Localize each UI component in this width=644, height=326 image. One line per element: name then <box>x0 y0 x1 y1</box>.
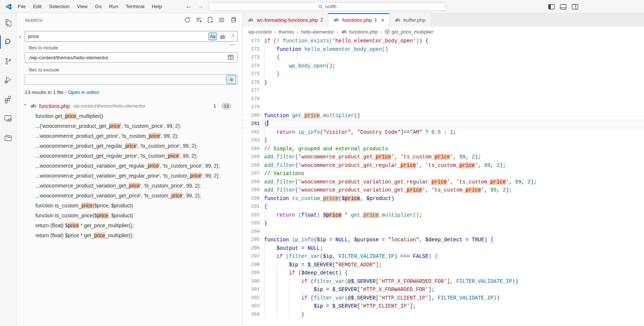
search-icon[interactable] <box>0 32 17 52</box>
code-line-298: 298$ip = $_SERVER["REMOTE_ADDR"]; <box>243 261 644 269</box>
tab-functions.php[interactable]: functions.php1× <box>328 13 389 27</box>
indent-guide <box>264 70 277 78</box>
search-result-row[interactable]: ...woocommerce_product_variation_get_reg… <box>17 161 242 171</box>
search-result-row[interactable]: ...woocommerce_product_variation_get_pri… <box>17 181 242 191</box>
line-number: 279 <box>243 103 260 112</box>
menu-run[interactable]: Run <box>105 0 122 13</box>
code-line-299: 299if ($deep_detect) { <box>243 269 644 277</box>
code-line-290: 290function ts_custom_price($price, $pro… <box>243 194 644 203</box>
menu-edit[interactable]: Edit <box>30 0 45 13</box>
files-to-exclude-input[interactable] <box>25 74 238 85</box>
breadcrumb-item-hello-elementor[interactable]: hello-elementor <box>301 29 334 35</box>
php-file-icon <box>333 17 340 22</box>
code-line-294: 294 <box>243 228 644 236</box>
vscode-logo-icon <box>5 3 12 10</box>
search-result-row[interactable]: return (float) $price * get_price_multip… <box>17 231 242 241</box>
line-number: 295 <box>243 236 260 244</box>
open-new-search-editor-icon[interactable] <box>207 17 214 23</box>
line-number: 277 <box>243 87 260 95</box>
toggle-search-details-icon[interactable]: ⋯ <box>229 41 235 48</box>
toggle-secondary-sidebar-icon[interactable] <box>572 4 578 10</box>
search-result-row[interactable]: ...woocommerce_product_get_regular_price… <box>17 141 242 151</box>
line-number: 296 <box>243 244 260 253</box>
clear-search-results-icon[interactable] <box>195 17 202 23</box>
explorer-icon[interactable] <box>0 13 17 32</box>
php-file-icon <box>30 103 37 109</box>
search-result-row[interactable]: ...woocommerce_product_variation_get_pri… <box>17 191 242 201</box>
chevron-down-icon[interactable]: › <box>22 104 28 108</box>
breadcrumb-item-wp-content[interactable]: wp-content <box>248 29 272 35</box>
search-result-row[interactable]: ...('woocommerce_product_get_price', 'ts… <box>17 121 242 131</box>
search-option-toggles: Aaab.* <box>208 32 237 40</box>
line-number: 304 <box>243 311 260 319</box>
indent-guide <box>264 277 277 286</box>
view-as-list-icon[interactable] <box>218 17 225 23</box>
toggle-primary-sidebar-icon[interactable] <box>548 4 555 10</box>
menu-help[interactable]: Help <box>148 0 166 13</box>
search-result-row[interactable]: function ts_custom_price($price, $produc… <box>17 211 242 221</box>
search-results-list: function get_price_multiplier()...('wooc… <box>17 111 242 241</box>
search-result-row[interactable]: function get_price_multiplier() <box>17 111 242 121</box>
collapse-all-icon[interactable] <box>230 17 236 23</box>
search-result-row[interactable]: return (float) $price * get_price_multip… <box>17 221 242 231</box>
refresh-icon[interactable] <box>184 17 191 23</box>
use-regex-toggle[interactable]: .* <box>228 32 237 40</box>
indent-guide <box>289 302 301 311</box>
nav-back-arrow[interactable]: ← <box>186 0 192 13</box>
indent-guide <box>277 285 289 294</box>
whole-word-toggle[interactable]: ab <box>218 32 227 40</box>
line-number: 300 <box>243 277 260 286</box>
search-result-row[interactable]: ...woocommerce_product_get_regular_price… <box>17 151 242 161</box>
line-number: 272 <box>243 45 260 54</box>
menu-selection[interactable]: Selection <box>45 0 73 13</box>
folder-library-icon[interactable] <box>0 128 17 147</box>
nav-forward-arrow[interactable]: → <box>198 0 204 13</box>
open-editors-include-icon[interactable] <box>228 54 234 62</box>
run-and-debug-icon[interactable] <box>0 71 17 90</box>
indent-guide <box>277 294 289 302</box>
line-number: 287 <box>243 169 260 178</box>
code-line-291: 291{ <box>243 203 644 211</box>
match-count-badge: 13 <box>221 103 231 109</box>
command-center-search[interactable]: ucttfb <box>208 2 446 11</box>
match-case-toggle[interactable]: Aa <box>208 32 217 40</box>
use-exclude-settings-toggle[interactable] <box>226 75 236 84</box>
search-result-row[interactable]: function ts_custom_price($price, $produc… <box>17 201 242 211</box>
search-result-row[interactable]: ...woocommerce_product_get_price', 'ts_c… <box>17 131 242 141</box>
line-number: 301 <box>243 285 260 294</box>
tab-wc-formatting-functions.php[interactable]: wc-formatting-functions.php2 <box>243 13 328 27</box>
open-in-editor-link[interactable]: Open in editor <box>68 90 99 95</box>
indent-guide <box>277 302 289 311</box>
close-tab-icon[interactable]: × <box>381 17 384 23</box>
toggle-panel-icon[interactable] <box>560 4 567 10</box>
breadcrumb-item-get_price_multiplier[interactable]: get_price_multiplier <box>385 29 433 35</box>
breadcrumb-item-themes[interactable]: themes <box>278 29 294 35</box>
indent-guide <box>264 128 277 137</box>
line-number: 302 <box>243 294 260 302</box>
remote-explorer-icon[interactable] <box>0 109 17 128</box>
breadcrumb-item-functions.php[interactable]: functions.php <box>341 29 378 35</box>
code-editor[interactable]: 271if (! function_exists('hello_elemento… <box>243 37 644 326</box>
menu-file[interactable]: File <box>14 0 30 13</box>
indent-guide <box>264 261 277 269</box>
source-control-icon[interactable] <box>0 52 17 71</box>
file-error-count: 1 <box>214 103 216 109</box>
extensions-icon[interactable] <box>0 90 17 109</box>
line-number: 294 <box>243 228 260 236</box>
line-number: 273 <box>243 53 260 62</box>
tab-buffer.php[interactable]: buffer.php <box>389 13 431 27</box>
line-number: 290 <box>243 194 260 203</box>
line-number: 271 <box>243 37 260 45</box>
files-to-include-input[interactable] <box>25 52 238 63</box>
menu-go[interactable]: Go <box>91 0 105 13</box>
code-line-277: 277 <box>243 87 644 95</box>
results-count-text: 13 results in 1 file <box>25 90 63 95</box>
indent-guide <box>289 277 301 286</box>
menu-view[interactable]: View <box>73 0 91 13</box>
result-file-row[interactable]: › functions.php wp-content\themes\hello-… <box>17 101 242 111</box>
menu-terminal[interactable]: Terminal <box>122 0 148 13</box>
search-result-row[interactable]: ...woocommerce_product_variation_get_reg… <box>17 171 242 181</box>
toggle-replace-chevron-icon[interactable]: › <box>19 33 21 39</box>
method-symbol-icon <box>385 29 390 34</box>
search-query-input[interactable] <box>25 31 238 42</box>
